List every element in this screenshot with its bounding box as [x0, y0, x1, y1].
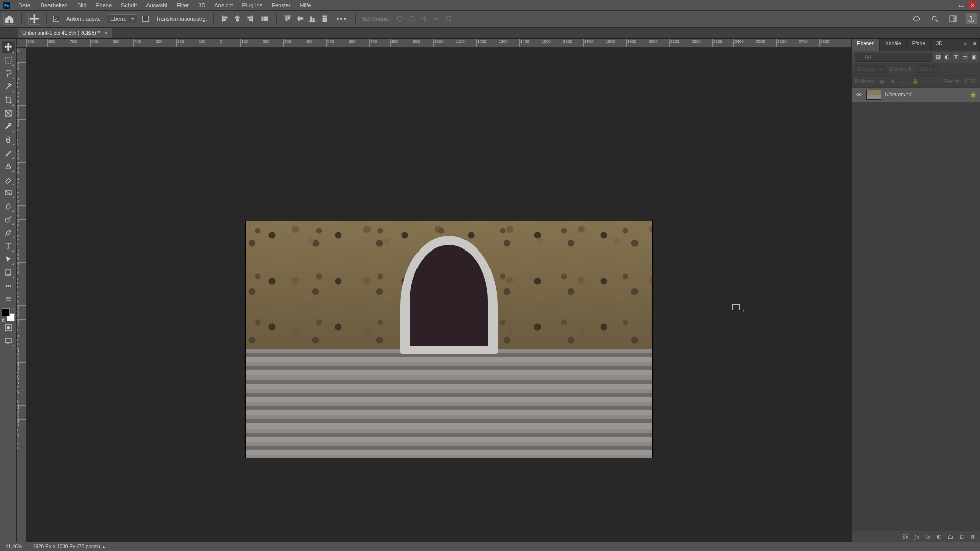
adjustment-layer-button[interactable]: ◐ — [935, 533, 943, 541]
layer-fx-button[interactable]: ƒx — [913, 533, 921, 541]
distribute-h-button[interactable] — [260, 14, 270, 24]
menu-auswahl[interactable]: Auswahl — [142, 1, 172, 9]
menu-bearbeiten[interactable]: Bearbeiten — [37, 1, 72, 9]
filter-shape-button[interactable]: ▭ — [962, 53, 968, 61]
ruler-origin[interactable] — [17, 39, 26, 48]
cloud-docs-button[interactable] — [911, 13, 922, 24]
menu-datei[interactable]: Datei — [14, 1, 36, 9]
align-left-button[interactable] — [220, 14, 230, 24]
zoom-level[interactable]: 41,46% — [5, 544, 22, 549]
blend-mode-dropdown[interactable]: Normal — [855, 65, 886, 73]
document-tab[interactable]: Unbenannt-1 bei 41,5% (RGB/8) * ✕ — [18, 28, 112, 38]
tab-ebenen[interactable]: Ebenen — [852, 39, 880, 51]
panel-collapse-button[interactable]: » — [961, 39, 971, 51]
layer-name[interactable]: Hintergrund — [885, 92, 967, 97]
delete-layer-button[interactable]: 🗑 — [969, 533, 977, 541]
lock-position-button[interactable]: ✥ — [889, 78, 897, 86]
healing-tool[interactable] — [2, 134, 15, 146]
eyedropper-tool[interactable] — [2, 120, 15, 133]
menu-fenster[interactable]: Fenster — [267, 1, 295, 9]
align-more-button[interactable]: ••• — [335, 15, 350, 23]
layer-item[interactable]: 👁 Hintergrund 🔒 — [852, 88, 980, 102]
layer-mask-button[interactable]: ◎ — [924, 533, 932, 541]
swap-colors-icon[interactable]: ⇄ — [11, 307, 15, 312]
canvas-area[interactable]: 9008007006005004003002001000100200300400… — [17, 39, 851, 542]
lock-artboard-button[interactable]: ▭ — [900, 78, 908, 86]
path-select-tool[interactable] — [2, 253, 15, 265]
filter-adjust-button[interactable]: ◐ — [944, 53, 950, 61]
menu-bild[interactable]: Bild — [73, 1, 90, 9]
clone-stamp-tool[interactable] — [2, 160, 15, 172]
magic-wand-tool[interactable] — [2, 81, 15, 93]
lock-all-button[interactable]: 🔒 — [911, 78, 919, 86]
gradient-tool[interactable] — [2, 187, 15, 199]
transform-controls-checkbox[interactable] — [142, 16, 149, 22]
document-tab-close-icon[interactable]: ✕ — [104, 30, 108, 36]
screenmode-button[interactable] — [2, 335, 15, 347]
menu-ansicht[interactable]: Ansicht — [210, 1, 237, 9]
layer-visibility-icon[interactable]: 👁 — [855, 92, 863, 98]
color-swatches[interactable]: ⇄ ◩ — [2, 308, 15, 321]
distribute-v-button[interactable] — [320, 14, 330, 24]
shape-tool[interactable] — [2, 266, 15, 279]
align-vcenter-button[interactable] — [295, 14, 305, 24]
filter-type-button[interactable]: T — [953, 53, 959, 61]
menu-hilfe[interactable]: Hilfe — [296, 1, 315, 9]
brush-tool[interactable] — [2, 147, 15, 159]
align-hcenter-button[interactable] — [232, 14, 242, 24]
panel-menu-button[interactable]: ≡ — [970, 39, 980, 51]
window-maximize-button[interactable]: ▭ — [957, 1, 966, 9]
workspace-button[interactable] — [947, 13, 959, 24]
vertical-ruler[interactable]: 0501001502002503003504004505005506006507… — [17, 48, 26, 542]
blur-tool[interactable] — [2, 200, 15, 212]
lock-pixels-button[interactable]: ▦ — [877, 78, 886, 86]
crop-tool[interactable] — [2, 94, 15, 106]
edit-toolbar-button[interactable] — [2, 293, 15, 305]
move-tool[interactable] — [2, 41, 15, 53]
menu-schrift[interactable]: Schrift — [117, 1, 141, 9]
layer-filter-bar: 🔍 ▦ ◐ T ▭ ▣ — [852, 51, 980, 63]
document-canvas[interactable] — [246, 221, 652, 458]
search-button[interactable] — [929, 13, 940, 24]
frame-tool[interactable] — [2, 107, 15, 119]
layer-thumbnail[interactable] — [866, 90, 881, 100]
document-info[interactable]: 1920 Px x 1080 Px (72 ppcm)▸ — [33, 544, 105, 549]
fill-field[interactable]: 100% — [964, 79, 977, 84]
active-tool-icon[interactable] — [28, 13, 40, 25]
menu-plugins[interactable]: Plug-ins — [238, 1, 266, 9]
quickmask-button[interactable] — [2, 321, 15, 334]
window-close-button[interactable]: ✕ — [968, 1, 977, 9]
new-layer-button[interactable]: 🗋 — [958, 533, 966, 541]
tab-3d[interactable]: 3D — [931, 39, 948, 51]
filter-pixel-button[interactable]: ▦ — [935, 53, 941, 61]
marquee-tool[interactable] — [2, 54, 15, 66]
filter-smart-button[interactable]: ▣ — [971, 53, 977, 61]
align-bottom-button[interactable] — [307, 14, 317, 24]
layer-lock-icon[interactable]: 🔒 — [970, 91, 977, 98]
auto-select-checkbox[interactable] — [53, 16, 59, 22]
align-top-button[interactable] — [283, 14, 293, 24]
lasso-tool[interactable] — [2, 67, 15, 80]
dodge-tool[interactable] — [2, 213, 15, 226]
eraser-tool[interactable] — [2, 173, 15, 186]
pen-tool[interactable] — [2, 227, 15, 239]
tab-kanaele[interactable]: Kanäle — [880, 39, 906, 51]
menu-3d[interactable]: 3D — [194, 1, 209, 9]
layer-filter-input[interactable] — [855, 53, 932, 62]
horizontal-ruler[interactable]: 9008007006005004003002001000100200300400… — [26, 39, 851, 48]
home-button[interactable] — [3, 13, 15, 25]
share-button[interactable] — [966, 13, 977, 24]
svg-rect-2 — [223, 19, 226, 21]
layer-group-button[interactable]: 🗀 — [946, 533, 954, 541]
opacity-field[interactable]: 100% — [917, 65, 940, 73]
window-minimize-button[interactable]: — — [945, 1, 954, 9]
align-right-button[interactable] — [244, 14, 255, 24]
menu-filter[interactable]: Filter — [173, 1, 193, 9]
foreground-color-swatch[interactable] — [2, 308, 10, 316]
link-layers-button[interactable]: ⛓ — [901, 533, 910, 541]
type-tool[interactable] — [2, 240, 15, 252]
more-tools[interactable]: ••• — [2, 280, 15, 292]
auto-select-target-dropdown[interactable]: Ebene — [107, 14, 137, 23]
tab-pfade[interactable]: Pfade — [907, 39, 931, 51]
menu-ebene[interactable]: Ebene — [91, 1, 116, 9]
